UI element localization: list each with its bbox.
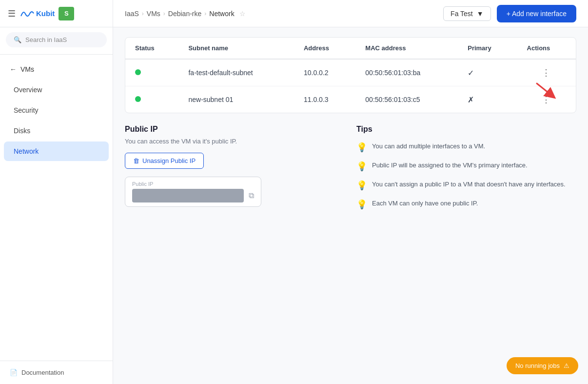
public-ip-value [132, 189, 244, 202]
table-row: fa-test-default-subnet 10.0.0.2 00:50:56… [125, 59, 576, 86]
tip-bulb-icon-4: 💡 [356, 199, 367, 210]
breadcrumb-sep-1: › [142, 10, 144, 17]
tips-section: Tips 💡 You can add multiple interfaces t… [356, 125, 576, 218]
status-active-dot-2 [135, 96, 141, 102]
logo-container: Kubit S [20, 7, 74, 20]
favorite-star-icon[interactable]: ☆ [239, 10, 246, 18]
tip-item-3: 💡 You can't assign a public IP to a VM t… [356, 180, 576, 191]
badge-label: No running jobs [515, 362, 560, 369]
sidebar-back-button[interactable]: ← VMs [0, 61, 113, 78]
back-label: VMs [20, 65, 34, 73]
public-ip-description: You can access the VM via it's public IP… [125, 138, 345, 145]
topbar: IaaS › VMs › Debian-rke › Network ☆ Fa T… [113, 0, 588, 27]
sidebar: ☰ Kubit S 🔍 Search in IaaS ← VMs Overvie… [0, 0, 113, 384]
tip-text-4: Each VM can only have one public IP. [372, 199, 478, 208]
col-actions: Actions [517, 38, 576, 59]
menu-icon[interactable]: ☰ [8, 8, 16, 19]
add-interface-button[interactable]: + Add new interface [497, 5, 576, 22]
tips-title: Tips [356, 125, 576, 134]
tip-text-2: Public IP will be assigned to the VM's p… [372, 161, 528, 170]
public-ip-field-label: Public IP [132, 181, 254, 187]
col-status: Status [125, 38, 178, 59]
breadcrumb-vms[interactable]: VMs [147, 10, 160, 18]
breadcrumb-network: Network [209, 10, 234, 18]
chevron-down-icon: ▼ [477, 10, 484, 18]
row2-actions-cell: ⋮ [517, 86, 576, 113]
breadcrumb-iaas[interactable]: IaaS [125, 10, 139, 18]
sidebar-item-label: Network [14, 147, 39, 155]
kubit-logo: Kubit [20, 9, 55, 19]
row1-primary: ✓ [458, 59, 517, 86]
sidebar-item-label: Overview [14, 86, 42, 94]
unassign-icon: 🗑 [133, 157, 139, 164]
row2-mac: 00:50:56:01:03:c5 [355, 86, 458, 113]
tip-bulb-icon-1: 💡 [356, 142, 367, 153]
workspace-selector[interactable]: Fa Test ▼ [443, 6, 491, 21]
public-ip-section: Public IP You can access the VM via it's… [125, 125, 345, 218]
doc-icon: 📄 [10, 369, 18, 376]
back-arrow-icon: ← [10, 65, 17, 73]
sidebar-item-label: Disks [14, 127, 30, 135]
copy-icon[interactable]: ⧉ [249, 191, 254, 200]
tip-bulb-icon-2: 💡 [356, 161, 367, 172]
tip-item-2: 💡 Public IP will be assigned to the VM's… [356, 161, 576, 172]
kubit-logo-text: Kubit [36, 9, 55, 18]
public-ip-title: Public IP [125, 125, 345, 134]
breadcrumb-sep-2: › [163, 10, 165, 17]
badge-warning-icon: ⚠ [564, 362, 569, 369]
row1-actions-button[interactable]: ⋮ [542, 67, 551, 78]
tip-item-4: 💡 Each VM can only have one public IP. [356, 199, 576, 210]
add-interface-label: + Add new interface [507, 10, 567, 18]
col-primary: Primary [458, 38, 517, 59]
sidebar-item-security[interactable]: Security [4, 101, 109, 120]
content-area: Status Subnet name Address MAC address P… [113, 27, 588, 384]
row2-primary: ✗ [458, 86, 517, 113]
row1-status [125, 59, 178, 86]
col-subnet: Subnet name [178, 38, 294, 59]
search-placeholder: Search in IaaS [25, 36, 67, 43]
network-table: Status Subnet name Address MAC address P… [125, 37, 576, 113]
search-box[interactable]: 🔍 Search in IaaS [6, 32, 107, 47]
row2-subnet: new-subnet 01 [178, 86, 294, 113]
sidebar-item-network[interactable]: Network [4, 141, 109, 161]
doc-label: Documentation [21, 369, 64, 376]
row1-mac: 00:50:56:01:03:ba [355, 59, 458, 86]
unassign-public-ip-button[interactable]: 🗑 Unassign Public IP [125, 153, 204, 169]
red-arrow-indicator [535, 81, 558, 101]
topbar-right: Fa Test ▼ + Add new interface [443, 5, 576, 22]
main-content: IaaS › VMs › Debian-rke › Network ☆ Fa T… [113, 0, 588, 384]
sidebar-item-overview[interactable]: Overview [4, 80, 109, 100]
bottom-section: Public IP You can access the VM via it's… [125, 125, 576, 218]
table-row: new-subnet 01 11.0.0.3 00:50:56:01:03:c5… [125, 86, 576, 113]
sidebar-footer-documentation[interactable]: 📄 Documentation [0, 361, 113, 384]
no-running-jobs-badge[interactable]: No running jobs ⚠ [507, 357, 578, 374]
row2-address: 11.0.0.3 [294, 86, 355, 113]
tip-item-1: 💡 You can add multiple interfaces to a V… [356, 141, 576, 153]
workspace-label: Fa Test [451, 10, 473, 18]
col-address: Address [294, 38, 355, 59]
breadcrumb-debian[interactable]: Debian-rke [168, 10, 201, 18]
breadcrumb: IaaS › VMs › Debian-rke › Network ☆ [125, 10, 246, 18]
row1-subnet: fa-test-default-subnet [178, 59, 294, 86]
tip-text-1: You can add multiple interfaces to a VM. [372, 141, 485, 151]
s-logo: S [59, 7, 74, 20]
search-icon: 🔍 [14, 36, 21, 43]
sidebar-nav: ← VMs Overview Security Disks Network [0, 57, 113, 361]
row1-address: 10.0.0.2 [294, 59, 355, 86]
row2-status [125, 86, 178, 113]
sidebar-header: ☰ Kubit S [0, 0, 113, 27]
tip-text-3: You can't assign a public IP to a VM tha… [372, 180, 566, 189]
col-mac: MAC address [355, 38, 458, 59]
sidebar-item-disks[interactable]: Disks [4, 121, 109, 141]
unassign-label: Unassign Public IP [142, 157, 196, 164]
breadcrumb-sep-3: › [204, 10, 206, 17]
sidebar-item-label: Security [14, 106, 39, 114]
sidebar-divider [0, 54, 113, 55]
tip-bulb-icon-3: 💡 [356, 180, 367, 191]
status-active-dot [135, 69, 141, 75]
